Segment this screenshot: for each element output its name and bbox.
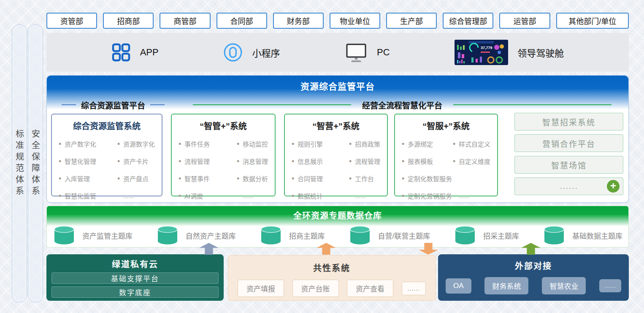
feature-label: AI调度 <box>184 191 203 200</box>
department-button[interactable]: 运管部 <box>499 13 550 29</box>
feature-label: 自定义维度 <box>459 157 490 166</box>
bullet-dot: • <box>292 158 298 165</box>
database-label: 基础数据主题库 <box>572 230 622 241</box>
feature-label: 多源绑定 <box>408 139 433 148</box>
dash-line <box>62 104 76 105</box>
department-button[interactable]: 合同部 <box>216 13 267 29</box>
external-system-chip[interactable]: OA <box>446 278 471 294</box>
department-button[interactable]: 财务部 <box>273 13 324 29</box>
database-item: 资产监管主题库 <box>53 226 133 245</box>
private-cloud-box: 绿道私有云 基础支撑平台数字底座 <box>46 254 224 301</box>
database-label: 招商主题库 <box>289 230 325 241</box>
bullet-dot: • <box>179 158 184 165</box>
department-button[interactable]: 生产部 <box>386 13 437 29</box>
external-system-chip[interactable]: ...... <box>599 279 621 292</box>
feature-item: • 智慧化监管 <box>59 191 96 200</box>
department-button[interactable]: 资管部 <box>46 13 97 29</box>
green-line <box>193 104 351 105</box>
pc-monitor-icon <box>345 42 368 63</box>
feature-label: 资产数字化 <box>65 139 96 148</box>
common-system-chip[interactable]: ...... <box>402 282 426 295</box>
feature-label: 信息展示 <box>298 157 323 166</box>
feature-label: 合同管理 <box>298 174 323 183</box>
feature-item: • 流程管理 <box>179 157 210 166</box>
database-cylinder-icon <box>454 226 476 245</box>
feature-item: • 消息管理 <box>237 157 268 166</box>
cloud-layer-bar[interactable]: 基础支撑平台 <box>51 272 219 284</box>
system-card-features: • 多源绑定 • 样式自定义 • 报表模板 • <box>402 139 490 200</box>
dash-line <box>150 104 165 105</box>
common-systems-title: 共性系统 <box>228 261 435 274</box>
channel-mini-program: 小程序 <box>223 43 280 62</box>
architecture-diagram: 标准规范体系 安全保障体系 资管部招商部商管部合同部财务部物业单位生产部综合管理… <box>0 0 644 313</box>
external-system-chip[interactable]: 智慧农业 <box>542 277 586 294</box>
bullet-dot: • <box>402 158 408 165</box>
bullet-dot: • <box>453 140 459 148</box>
feature-item: ...... <box>453 191 490 200</box>
common-system-chip[interactable]: 资产填报 <box>238 280 284 297</box>
extra-system-box[interactable]: 营销合作平台 <box>514 134 623 152</box>
bullet-dot: • <box>117 158 123 165</box>
feature-item: ...... <box>117 191 155 200</box>
database-label: 自然资产主题库 <box>186 230 236 241</box>
feature-item: • 招商政策 <box>349 139 380 148</box>
channel-app: APP <box>111 43 159 62</box>
channel-cockpit: 37,779 领导驾驶舱 <box>455 40 564 65</box>
database-label: 招采主题库 <box>483 230 519 241</box>
common-system-chip[interactable]: 资产查看 <box>347 280 393 297</box>
extra-system-label: 智慧场馆 <box>551 159 587 171</box>
supervision-platform-card: 资源综合监管平台 综合资源监管平台 经营全流程智慧化平台 综合资源监管系统 <box>46 75 629 203</box>
feature-label: 智慧化管理 <box>65 157 96 166</box>
feature-item: • 资产数字化 <box>59 139 96 148</box>
bullet-dot: • <box>117 140 123 148</box>
database-item: 招商主题库 <box>260 226 325 245</box>
add-button[interactable]: + <box>607 180 620 193</box>
green-line <box>453 104 612 105</box>
feature-item: • 智慧化管理 <box>59 157 96 166</box>
department-button[interactable]: 商管部 <box>160 13 210 29</box>
feature-label: 事件任务 <box>184 139 210 148</box>
feature-item: • 样式自定义 <box>453 139 490 148</box>
department-button[interactable]: 物业单位 <box>330 13 380 29</box>
feature-item: • 合同管理 <box>292 174 323 183</box>
system-card-title: “智管+”系统 <box>179 120 268 132</box>
feature-label: 规则引擎 <box>298 139 323 148</box>
extra-system-label: 营销合作平台 <box>542 138 595 149</box>
system-card: “智营+”系统 • 规则引擎 • 招商政策 • <box>284 114 388 196</box>
feature-label: 工作台 <box>355 174 374 183</box>
database-label: 资产监管主题库 <box>82 230 133 241</box>
department-button[interactable]: 招商部 <box>103 13 154 29</box>
extra-system-box[interactable]: ...... + <box>514 177 623 195</box>
feature-item: • 定制化营销服务 <box>402 191 452 200</box>
bullet-dot: • <box>179 192 184 200</box>
bullet-dot: • <box>402 175 408 182</box>
cloud-layer-bar[interactable]: 数字底座 <box>51 286 219 298</box>
bullet-dot: • <box>59 192 65 200</box>
feature-item: ...... <box>237 191 268 200</box>
sub-platform-label: 综合资源监管平台 <box>81 99 145 111</box>
database-cylinder-icon <box>53 226 76 245</box>
bullet-dot: • <box>292 140 298 148</box>
common-system-chip[interactable]: 资产台账 <box>292 280 339 297</box>
bullet-dot: • <box>59 140 65 148</box>
main-area: 资管部招商部商管部合同部财务部物业单位生产部综合管理部运管部其他部门/单位 AP… <box>46 0 629 313</box>
department-button[interactable]: 其他部门/单位 <box>556 13 629 29</box>
external-integration-box: 外部对接 OA财务系统智慧农业...... <box>438 254 629 301</box>
feature-item: • 数据统计 <box>292 191 323 200</box>
bullet-dot: • <box>349 175 355 182</box>
feature-item: • 智慧事件 <box>179 174 210 183</box>
channel-label: 领导驾驶舱 <box>517 46 564 59</box>
database-label: 自营/联营主题库 <box>378 230 430 241</box>
extra-system-box[interactable]: 智慧场馆 <box>514 156 623 174</box>
database-cylinder-icon <box>543 226 566 245</box>
department-button[interactable]: 综合管理部 <box>443 13 493 29</box>
feature-label: 定制化数智服务 <box>408 174 452 183</box>
extra-system-box[interactable]: 智慧招采系统 <box>514 113 623 131</box>
bullet-dot: • <box>59 158 65 165</box>
external-system-chip[interactable]: 财务系统 <box>484 277 528 294</box>
dashboard-kpi-value: 37,779 <box>481 46 492 50</box>
feature-label: 流程管理 <box>184 157 210 166</box>
system-card-title: “智服+”系统 <box>402 120 490 132</box>
framework-bar-label: 标准规范体系 <box>14 129 26 198</box>
feature-label: 数据分析 <box>243 174 268 183</box>
